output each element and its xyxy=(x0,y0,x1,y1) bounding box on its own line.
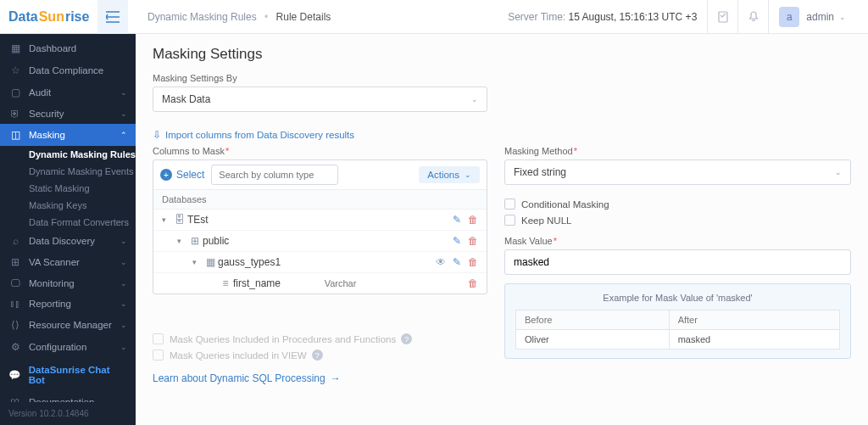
nav-resource[interactable]: ⟨⟩Resource Manager⌄ xyxy=(0,314,136,336)
learn-link[interactable]: Learn about Dynamic SQL Processing → xyxy=(153,372,487,384)
help-icon[interactable]: ? xyxy=(401,333,412,344)
checkbox[interactable] xyxy=(504,215,515,226)
opt-procedures: Mask Queries Included in Procedures and … xyxy=(153,333,487,344)
logo-row: DataSunrise xyxy=(0,0,136,34)
actions-button[interactable]: Actions ⌄ xyxy=(419,166,480,183)
delete-icon[interactable]: 🗑 xyxy=(468,277,478,289)
chevron-down-icon: ⌄ xyxy=(120,279,127,288)
column-type: Varchar xyxy=(325,278,357,288)
delete-icon[interactable]: 🗑 xyxy=(468,235,478,247)
chevron-down-icon: ⌄ xyxy=(120,299,127,308)
tree-table-row[interactable]: ▾ ▦ gauss_types1 👁 ✎ 🗑 xyxy=(153,252,487,273)
nav-chatbot[interactable]: 💬DataSunrise Chat Bot xyxy=(0,358,136,392)
crumb-parent[interactable]: Dynamic Masking Rules xyxy=(147,11,257,23)
arrow-right-icon: → xyxy=(331,372,341,384)
checkbox xyxy=(153,350,164,361)
eye-icon[interactable]: 👁 xyxy=(436,256,446,268)
topbar-right: Server Time: 15 August, 15:16:13 UTC +3 … xyxy=(508,0,856,34)
user-menu[interactable]: a admin ⌄ xyxy=(768,0,856,34)
method-value: Fixed string xyxy=(514,166,566,178)
nav-dynamic-events[interactable]: Dynamic Masking Events xyxy=(29,163,136,180)
row-actions: ✎ 🗑 xyxy=(453,235,478,247)
edit-icon[interactable]: ✎ xyxy=(453,214,461,226)
settings-by-label: Masking Settings By xyxy=(153,73,851,83)
delete-icon[interactable]: 🗑 xyxy=(468,214,478,226)
tree-schema-row[interactable]: ▾ ⊞ public ✎ 🗑 xyxy=(153,231,487,252)
nav-dynamic-rules[interactable]: Dynamic Masking Rules xyxy=(29,146,136,163)
server-time-value: 15 August, 15:16:13 UTC +3 xyxy=(569,11,698,23)
chevron-up-icon: ⌃ xyxy=(120,131,127,139)
keep-null-checkbox[interactable]: Keep NULL xyxy=(504,215,851,226)
edit-icon[interactable]: ✎ xyxy=(453,235,461,247)
table-icon: ▦ xyxy=(203,256,218,268)
dashboard-icon: ▦ xyxy=(8,42,22,54)
version-label: Version 10.2.0.14846 xyxy=(0,402,136,425)
checkbox-label: Conditional Masking xyxy=(521,199,609,210)
columns-panel-header: + Select Actions ⌄ xyxy=(153,160,487,190)
chevron-down-icon: ⌄ xyxy=(835,168,842,176)
gear-icon: ⚙ xyxy=(8,341,22,353)
tree-column-row[interactable]: ≡ first_name Varchar 🗑 xyxy=(153,273,487,294)
columns-label: Columns to Mask xyxy=(153,146,487,156)
edit-icon[interactable]: ✎ xyxy=(453,256,461,268)
nav-reporting[interactable]: ⫾⫿Reporting⌄ xyxy=(0,294,136,314)
nav-security[interactable]: ⛨Security⌄ xyxy=(0,103,136,124)
conditional-masking-checkbox[interactable]: Conditional Masking xyxy=(504,199,851,210)
logo[interactable]: DataSunrise xyxy=(0,9,97,25)
example-before-header: Before xyxy=(516,310,670,330)
tree-db-row[interactable]: ▾ 🗄 TEst ✎ 🗑 xyxy=(153,210,487,231)
chevron-down-icon: ⌄ xyxy=(120,109,127,118)
nav-label: Masking xyxy=(29,130,65,140)
menu-toggle-button[interactable] xyxy=(97,0,128,34)
nav-static-masking[interactable]: Static Masking xyxy=(29,180,136,197)
plus-icon: + xyxy=(160,169,172,181)
tree-label: gauss_types1 xyxy=(218,256,281,268)
import-columns-link[interactable]: ⇩ Import columns from Data Discovery res… xyxy=(153,129,487,141)
example-after-value: masked xyxy=(669,330,839,350)
delete-icon[interactable]: 🗑 xyxy=(468,256,478,268)
nav: ▦Dashboard ☆Data Compliance ▢Audit⌄ ⛨Sec… xyxy=(0,34,136,402)
opt-view: Mask Queries included in VIEW ? xyxy=(153,350,487,361)
mask-value-input[interactable] xyxy=(504,249,851,275)
chevron-down-icon: ⌄ xyxy=(120,343,127,351)
row-actions: ✎ 🗑 xyxy=(453,214,478,226)
nav-compliance[interactable]: ☆Data Compliance xyxy=(0,59,136,81)
settings-by-select[interactable]: Mask Data ⌄ xyxy=(153,87,487,112)
databases-header: Databases xyxy=(153,190,487,210)
checkbox xyxy=(153,333,164,344)
method-select[interactable]: Fixed string ⌄ xyxy=(504,159,851,185)
tree-label: TEst xyxy=(187,214,209,226)
nav-masking-sub: Dynamic Masking Rules Dynamic Masking Ev… xyxy=(0,146,136,231)
page-title: Masking Settings xyxy=(153,46,851,63)
database-icon: 🗄 xyxy=(172,214,187,226)
user-name: admin xyxy=(806,11,834,23)
nav-masking-keys[interactable]: Masking Keys xyxy=(29,197,136,214)
nav-converters[interactable]: Data Format Converters xyxy=(29,214,136,231)
clipboard-button[interactable] xyxy=(707,0,737,34)
help-icon[interactable]: ? xyxy=(312,350,323,361)
bell-button[interactable] xyxy=(737,0,768,34)
nav-discovery[interactable]: ⌕Data Discovery⌄ xyxy=(0,231,136,251)
caret-icon[interactable]: ▾ xyxy=(192,258,203,266)
checkbox[interactable] xyxy=(504,199,515,210)
caret-icon[interactable]: ▾ xyxy=(162,215,172,224)
server-time: Server Time: 15 August, 15:16:13 UTC +3 xyxy=(508,11,707,23)
example-after-header: After xyxy=(669,310,839,330)
chart-icon: ⫾⫿ xyxy=(8,299,22,309)
nav-config[interactable]: ⚙Configuration⌄ xyxy=(0,336,136,358)
nav-audit[interactable]: ▢Audit⌄ xyxy=(0,81,136,103)
nav-va[interactable]: ⊞VA Scanner⌄ xyxy=(0,251,136,273)
book-icon: 🕮 xyxy=(8,397,22,402)
logo-part3: rise xyxy=(65,9,89,24)
code-icon: ⟨⟩ xyxy=(8,319,22,331)
sidebar: DataSunrise ▦Dashboard ☆Data Compliance … xyxy=(0,0,136,425)
nav-label: Data Discovery xyxy=(29,236,95,246)
nav-label: Security xyxy=(29,109,64,119)
search-column-input[interactable] xyxy=(211,165,338,185)
nav-monitoring[interactable]: 🖵Monitoring⌄ xyxy=(0,273,136,294)
select-button[interactable]: + Select xyxy=(160,169,204,181)
caret-icon[interactable]: ▾ xyxy=(177,237,187,245)
nav-masking[interactable]: ◫Masking⌃ xyxy=(0,124,136,146)
nav-docs[interactable]: 🕮Documentation xyxy=(0,392,136,402)
nav-dashboard[interactable]: ▦Dashboard xyxy=(0,37,136,59)
